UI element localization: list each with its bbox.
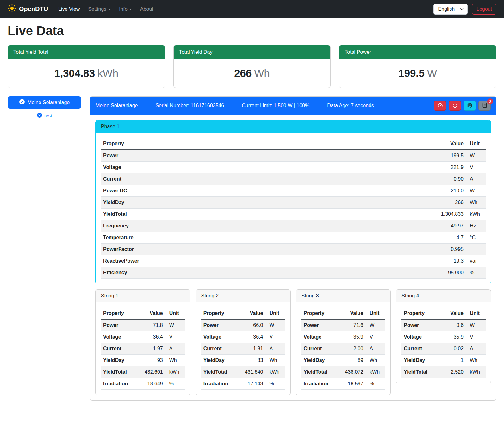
string-body: Property Value Unit Power71.8WVoltage36.… — [96, 302, 190, 395]
value-cell: 432.601 — [142, 366, 167, 378]
unit-cell: Wh — [468, 197, 486, 209]
phase-body: Property Value Unit Power199.5WVoltage22… — [96, 133, 491, 284]
table-row: Voltage35.9V — [401, 331, 486, 343]
content: Meine Solaranlage test Meine Solaranlage… — [8, 96, 496, 401]
table-header-row: Property Value Unit — [101, 138, 486, 150]
property-cell: YieldDay — [101, 197, 439, 209]
unit-cell: kWh — [468, 209, 486, 220]
table-row: Current1.81A — [201, 343, 285, 355]
card-title: Total Yield Total — [8, 45, 165, 59]
property-cell: Power — [101, 319, 142, 331]
table-row: Power71.6W — [301, 319, 386, 331]
nav-about[interactable]: About — [137, 4, 157, 15]
unit-cell: Wh — [368, 355, 385, 366]
value-cell: 71.8 — [142, 319, 167, 331]
property-cell: Power — [301, 319, 343, 331]
property-cell: Current — [101, 173, 439, 185]
table-row: Power0.6W — [401, 319, 486, 331]
power-toggle-button[interactable] — [449, 101, 461, 111]
string-body: Property Value Unit Power71.6WVoltage35.… — [296, 302, 391, 395]
property-cell: YieldTotal — [301, 366, 343, 378]
language-value: English — [438, 6, 455, 12]
value-cell: 1 — [448, 355, 468, 366]
value-cell: 1.81 — [242, 343, 268, 355]
table-row: Current1.97A — [101, 343, 185, 355]
phase-title: Phase 1 — [96, 120, 491, 133]
inverter-select-button-inactive[interactable]: test — [8, 113, 81, 119]
string-body: Property Value Unit Power66.0WVoltage36.… — [196, 302, 290, 395]
nav-info[interactable]: Info — [116, 4, 135, 15]
device-info-button[interactable] — [464, 101, 476, 111]
inverter-card: Meine Solaranlage Serial Number: 1161716… — [90, 96, 496, 401]
col-property: Property — [201, 308, 242, 319]
inverter-select-label: test — [44, 113, 52, 118]
property-cell: Temperature — [101, 232, 439, 244]
value-cell: 35.9 — [342, 331, 368, 343]
language-select[interactable]: English — [433, 4, 468, 15]
col-unit: Unit — [368, 308, 385, 319]
table-row: ReactivePower19.3var — [101, 255, 486, 267]
inverter-selector: Meine Solaranlage test — [8, 96, 81, 119]
unit-cell: A — [167, 343, 185, 355]
nav-settings-label: Settings — [88, 6, 106, 12]
value-cell: 0.6 — [448, 319, 468, 331]
table-row: Voltage36.4V — [101, 331, 185, 343]
unit-cell: kWh — [167, 366, 185, 378]
total-yield-day-card: Total Yield Day 266Wh — [173, 45, 331, 88]
property-cell: YieldTotal — [201, 366, 242, 378]
value-cell: 2.00 — [342, 343, 368, 355]
limit-settings-button[interactable] — [434, 101, 446, 111]
unit-cell: A — [268, 343, 285, 355]
event-log-button[interactable]: 2 — [478, 101, 491, 111]
col-value: Value — [439, 138, 468, 150]
card-title: Total Yield Day — [174, 45, 331, 59]
nav-links: Live View Settings Info About — [55, 4, 157, 15]
nav-live-view[interactable]: Live View — [55, 4, 83, 15]
table-row: Frequency49.97Hz — [101, 220, 486, 232]
unit-cell: °C — [468, 232, 486, 244]
card-value: 199.5W — [339, 59, 496, 88]
table-row: YieldTotal431.640kWh — [201, 366, 285, 378]
logout-button[interactable]: Logout — [472, 4, 496, 15]
property-cell: Irradiation — [301, 378, 343, 390]
power-icon — [452, 103, 458, 109]
x-circle-icon — [37, 113, 42, 119]
string-table: Property Value Unit Power66.0WVoltage36.… — [201, 308, 285, 390]
property-cell: Voltage — [201, 331, 242, 343]
unit-cell: kWh — [368, 366, 385, 378]
unit-cell: % — [468, 267, 486, 279]
unit-cell: V — [167, 331, 185, 343]
col-property: Property — [401, 308, 448, 319]
card-value: 266Wh — [174, 59, 331, 88]
value-cell: 93 — [142, 355, 167, 366]
unit-cell: W — [468, 319, 486, 331]
col-value: Value — [448, 308, 468, 319]
phase-panel: Phase 1 Property Value Unit Power199.5WV… — [95, 120, 491, 284]
table-row: Irradiation18.649% — [101, 378, 185, 390]
inverter-name: Meine Solaranlage — [96, 103, 138, 109]
unit-cell: V — [268, 331, 285, 343]
value-unit: Wh — [254, 67, 270, 79]
value-cell: 0.90 — [439, 173, 468, 185]
unit-cell: % — [268, 378, 285, 390]
value-cell: 431.640 — [242, 366, 268, 378]
property-cell: Voltage — [101, 331, 142, 343]
summary-cards: Total Yield Total 1,304.83kWh Total Yiel… — [8, 45, 496, 88]
value-cell: 2.520 — [448, 366, 468, 378]
unit-cell: A — [368, 343, 385, 355]
property-cell: ReactivePower — [101, 255, 439, 267]
brand-link[interactable]: OpenDTU — [8, 4, 48, 14]
string-card-4: String 4 Property Value Unit — [396, 289, 491, 383]
inverter-select-button-active[interactable]: Meine Solaranlage — [8, 96, 81, 109]
unit-cell: kWh — [468, 366, 486, 378]
property-cell: Current — [301, 343, 343, 355]
value-cell: 19.3 — [439, 255, 468, 267]
string-table: Property Value Unit Power0.6WVoltage35.9… — [401, 308, 486, 378]
table-row: YieldDay266Wh — [101, 197, 486, 209]
nav-settings[interactable]: Settings — [85, 4, 114, 15]
property-cell: PowerFactor — [101, 244, 439, 255]
value-cell: 36.4 — [242, 331, 268, 343]
property-cell: YieldDay — [201, 355, 242, 366]
unit-cell: A — [468, 343, 486, 355]
string-title: String 1 — [96, 290, 190, 302]
